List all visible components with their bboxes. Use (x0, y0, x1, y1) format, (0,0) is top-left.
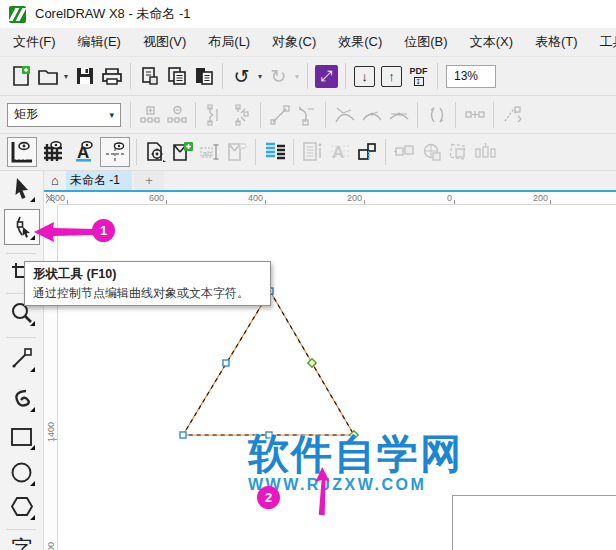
triangle-shape[interactable] (58, 205, 616, 550)
title-bar: CorelDRAW X8 - 未命名 -1 (0, 0, 616, 28)
vruler-label: 1400 (46, 419, 56, 445)
dynamic-guides-icon[interactable] (261, 139, 288, 166)
view-toolbar: A ab A (0, 133, 616, 171)
callout-arrow-1-icon (34, 219, 98, 245)
dropdown-caret-icon: ▾ (109, 110, 114, 120)
menu-table[interactable]: 表格(T) (524, 28, 589, 56)
convert-to-line-icon (266, 101, 293, 128)
export-icon[interactable]: ↑ (378, 63, 405, 90)
rename-page-icon: ab (196, 139, 223, 166)
node-right-mid[interactable] (308, 359, 316, 367)
callout-badge-2: 2 (257, 486, 280, 509)
rectangle-tool[interactable] (8, 423, 36, 451)
document-tab[interactable]: 未命名 -1 (66, 171, 132, 190)
align-objects-icon (391, 139, 418, 166)
menu-view[interactable]: 视图(V) (132, 28, 197, 56)
delete-page-icon (223, 139, 250, 166)
svg-text:A: A (332, 143, 344, 162)
hruler-label: 0 (447, 193, 454, 203)
preset-value: 矩形 (14, 106, 38, 123)
app-launcher-icon[interactable] (313, 63, 340, 90)
cusp-node-icon (331, 101, 358, 128)
hruler-label: 600 (149, 193, 166, 203)
insert-page-icon[interactable] (169, 139, 196, 166)
toggle-text-frames-button[interactable]: A (69, 137, 99, 167)
undo-icon[interactable]: ↺ (228, 63, 255, 90)
standard-toolbar: ▾ ↺ ▾ ↻ ▾ ↓ ↑ PDF↧ 13% (0, 56, 616, 95)
vertical-ruler[interactable]: 1400 1200 (44, 205, 58, 550)
menu-bitmaps[interactable]: 位图(B) (393, 28, 458, 56)
toggle-guidelines-button[interactable] (100, 137, 130, 167)
menu-text[interactable]: 文本(X) (459, 28, 524, 56)
freehand-tool[interactable] (8, 345, 36, 373)
reverse-direction-icon (423, 101, 450, 128)
node-bottom-mid[interactable] (266, 432, 272, 438)
workspace: 字 ⌂ 未命名 -1 + 800 600 400 200 0 200 1400 … (0, 171, 616, 550)
convert-to-curve-icon (293, 101, 320, 128)
join-nodes-icon (201, 101, 228, 128)
menu-object[interactable]: 对象(C) (261, 28, 327, 56)
new-tab-button[interactable]: + (134, 171, 164, 190)
menu-edit[interactable]: 编辑(E) (67, 28, 132, 56)
paste-icon[interactable] (190, 63, 217, 90)
page-options-icon[interactable] (142, 139, 169, 166)
ellipse-tool[interactable] (8, 459, 36, 487)
horizontal-ruler[interactable]: 800 600 400 200 0 200 (58, 192, 616, 205)
distribute-objects-icon (472, 139, 499, 166)
shape-tool[interactable] (8, 213, 36, 241)
zoom-level-input[interactable]: 13% (446, 65, 496, 88)
hruler-label: 400 (248, 193, 265, 203)
print-icon[interactable] (98, 63, 125, 90)
menu-bar: 文件(F) 编辑(E) 视图(V) 布局(L) 对象(C) 效果(C) 位图(B… (0, 28, 616, 56)
node-bottom-left[interactable] (180, 432, 186, 438)
copy-icon[interactable] (163, 63, 190, 90)
vruler-label: 1200 (46, 539, 56, 550)
extract-subpath-icon (499, 101, 526, 128)
text-tool[interactable]: 字 (8, 535, 36, 550)
document-tab-bar: ⌂ 未命名 -1 + (44, 171, 616, 190)
object-properties-icon[interactable] (353, 139, 380, 166)
new-document-icon[interactable] (7, 63, 34, 90)
menu-file[interactable]: 文件(F) (2, 28, 67, 56)
open-flyout-caret[interactable]: ▾ (61, 72, 71, 81)
transform-objects-icon (445, 139, 472, 166)
drawing-canvas[interactable]: 软件自学网 WWW.RJZXW.COM 2 (58, 205, 616, 550)
artistic-media-tool[interactable] (8, 385, 36, 413)
preset-dropdown[interactable]: 矩形 ▾ (7, 103, 121, 127)
node-start[interactable] (350, 431, 358, 439)
redo-icon: ↻ (265, 63, 292, 90)
window-title: CorelDRAW X8 - 未命名 -1 (35, 5, 191, 23)
redo-flyout-caret: ▾ (292, 72, 302, 81)
break-node-icon (228, 101, 255, 128)
coreldraw-app-icon (9, 6, 26, 23)
hruler-label: 200 (533, 193, 550, 203)
publish-pdf-icon[interactable]: PDF↧ (405, 63, 432, 90)
shape-tool-tooltip: 形状工具 (F10) 通过控制节点编辑曲线对象或文本字符。 (24, 261, 271, 306)
add-node-icon (136, 101, 163, 128)
tooltip-body: 通过控制节点编辑曲线对象或文本字符。 (33, 285, 262, 302)
hruler-label: 800 (50, 193, 67, 203)
undo-flyout-caret[interactable]: ▾ (255, 72, 265, 81)
tooltip-title: 形状工具 (F10) (33, 266, 262, 283)
toggle-rulers-button[interactable] (7, 137, 37, 167)
open-document-icon[interactable] (34, 63, 61, 90)
menu-layout[interactable]: 布局(L) (197, 28, 261, 56)
menu-tools[interactable]: 工具(O) (589, 28, 616, 56)
document-properties-icon (299, 139, 326, 166)
hruler-label: 200 (347, 193, 364, 203)
extend-curve-icon (461, 101, 488, 128)
symmetrical-node-icon (385, 101, 412, 128)
menu-effects[interactable]: 效果(C) (327, 28, 393, 56)
pick-tool[interactable] (8, 175, 36, 203)
property-bar: 矩形 ▾ (0, 95, 616, 133)
node-left-mid[interactable] (223, 360, 229, 366)
delete-node-icon (163, 101, 190, 128)
toggle-grid-button[interactable] (38, 137, 68, 167)
import-icon[interactable]: ↓ (351, 63, 378, 90)
polygon-tool[interactable] (8, 493, 36, 521)
text-properties-icon: A (326, 139, 353, 166)
home-icon[interactable]: ⌂ (44, 171, 66, 190)
cut-icon[interactable] (136, 63, 163, 90)
svg-text:ab: ab (202, 149, 211, 158)
save-icon[interactable] (71, 63, 98, 90)
